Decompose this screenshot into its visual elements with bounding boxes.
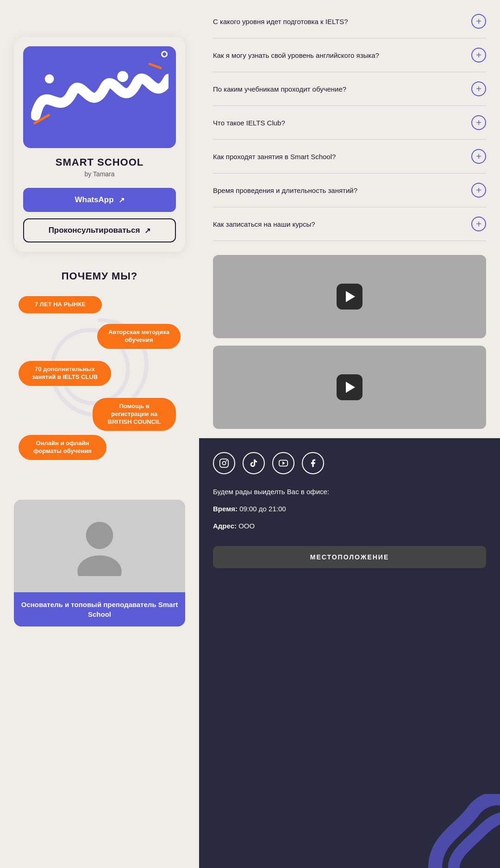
faq-plus-icon-7[interactable]: + [471, 217, 486, 231]
play-button-2[interactable] [337, 374, 362, 400]
whatsapp-label: WhatsApp [75, 195, 113, 205]
faq-question-3: По каким учебникам проходит обучение? [213, 84, 471, 94]
right-column: С какого уровня идет подготовка к IELTS?… [199, 0, 500, 868]
svg-marker-8 [282, 461, 285, 465]
why-title: ПОЧЕМУ МЫ? [19, 270, 181, 282]
instagram-icon[interactable] [213, 452, 235, 474]
svg-rect-4 [220, 459, 228, 467]
tiktok-icon[interactable] [243, 452, 265, 474]
left-column: SMART SCHOOL by Tamara WhatsApp ↗ Прокон… [0, 0, 199, 868]
whatsapp-arrow-icon: ↗ [119, 196, 125, 205]
faq-question-6: Время проведения и длительность занятий? [213, 186, 471, 195]
consult-button[interactable]: Проконсультироваться ↗ [23, 218, 176, 242]
faq-section: С какого уровня идет подготовка к IELTS?… [199, 0, 500, 246]
faq-item-4[interactable]: Что такое IELTS Club? + [213, 106, 486, 140]
whatsapp-button[interactable]: WhatsApp ↗ [23, 188, 176, 212]
faq-question-5: Как проходят занятия в Smart School? [213, 152, 471, 161]
consult-label: Проконсультироваться [49, 226, 140, 235]
faq-question-2: Как я могу узнать свой уровень английско… [213, 50, 471, 60]
faq-plus-icon-4[interactable]: + [471, 115, 486, 130]
founder-label: Основатель и топовый преподаватель Smart… [14, 592, 185, 626]
svg-point-1 [117, 71, 128, 82]
profile-card: SMART SCHOOL by Tamara WhatsApp ↗ Прокон… [14, 37, 185, 252]
youtube-icon[interactable] [272, 452, 294, 474]
svg-point-2 [86, 522, 113, 549]
footer-time-value: 09:00 до 21:00 [239, 505, 286, 513]
footer-address-label: Адрес: [213, 522, 237, 530]
badge-3: 70 дополнительных занятий в IELTS CLUB [19, 361, 111, 386]
footer-time: Время: 09:00 до 21:00 [213, 502, 486, 515]
play-button-1[interactable] [337, 284, 362, 310]
footer-address: Адрес: ООО [213, 520, 486, 532]
consult-arrow-icon: ↗ [144, 226, 150, 235]
faq-question-4: Что такое IELTS Club? [213, 118, 471, 128]
badge-2: Авторская методика обучения [97, 324, 181, 349]
faq-item-1[interactable]: С какого уровня идет подготовка к IELTS?… [213, 5, 486, 38]
facebook-icon[interactable] [302, 452, 324, 474]
why-badges: 7 ЛЕТ НА РЫНКЕ Авторская методика обучен… [19, 296, 181, 463]
location-button[interactable]: МЕСТОПОЛОЖЕНИЕ [213, 546, 486, 568]
logo-area [23, 46, 176, 148]
svg-point-5 [222, 461, 225, 465]
school-name: SMART SCHOOL [56, 156, 144, 168]
faq-plus-icon-1[interactable]: + [471, 14, 486, 29]
school-subtitle: by Tamara [84, 170, 114, 178]
video-section [199, 246, 500, 438]
badge-5: Онлайн и офлайн форматы обучения [19, 435, 106, 460]
faq-plus-icon-5[interactable]: + [471, 149, 486, 164]
faq-item-5[interactable]: Как проходят занятия в Smart School? + [213, 140, 486, 174]
svg-point-6 [226, 460, 227, 462]
why-section: ПОЧЕМУ МЫ? 7 ЛЕТ НА РЫНКЕ Авторская мето… [14, 270, 185, 463]
founder-card: Основатель и топовый преподаватель Smart… [14, 500, 185, 626]
footer-time-label: Время: [213, 505, 238, 513]
video-thumb-2[interactable] [213, 346, 486, 429]
badge-1: 7 ЛЕТ НА РЫНКЕ [19, 296, 102, 313]
logo-squiggle [31, 67, 169, 127]
faq-item-7[interactable]: Как записаться на наши курсы? + [213, 207, 486, 241]
badge-4: Помощь в регистрации на BRITISH COUNCIL [93, 398, 176, 431]
faq-plus-icon-2[interactable]: + [471, 48, 486, 62]
social-icons [213, 452, 486, 474]
faq-question-1: С какого уровня идет подготовка к IELTS? [213, 17, 471, 26]
faq-item-6[interactable]: Время проведения и длительность занятий?… [213, 174, 486, 207]
footer-address-value: ООО [238, 522, 255, 530]
faq-plus-icon-3[interactable]: + [471, 81, 486, 96]
faq-item-2[interactable]: Как я могу узнать свой уровень английско… [213, 38, 486, 72]
logo-dot [161, 51, 168, 57]
faq-question-7: Как записаться на наши курсы? [213, 219, 471, 229]
founder-avatar [14, 500, 185, 592]
faq-plus-icon-6[interactable]: + [471, 183, 486, 198]
footer-deco [426, 794, 500, 868]
svg-point-3 [77, 555, 121, 576]
footer-office-label: Будем рады выиделть Вас в офисе: [213, 485, 486, 498]
video-thumb-1[interactable] [213, 255, 486, 338]
svg-point-0 [44, 74, 54, 84]
faq-item-3[interactable]: По каким учебникам проходит обучение? + [213, 72, 486, 106]
footer-section: Будем рады выиделть Вас в офисе: Время: … [199, 438, 500, 868]
person-silhouette [74, 516, 125, 576]
